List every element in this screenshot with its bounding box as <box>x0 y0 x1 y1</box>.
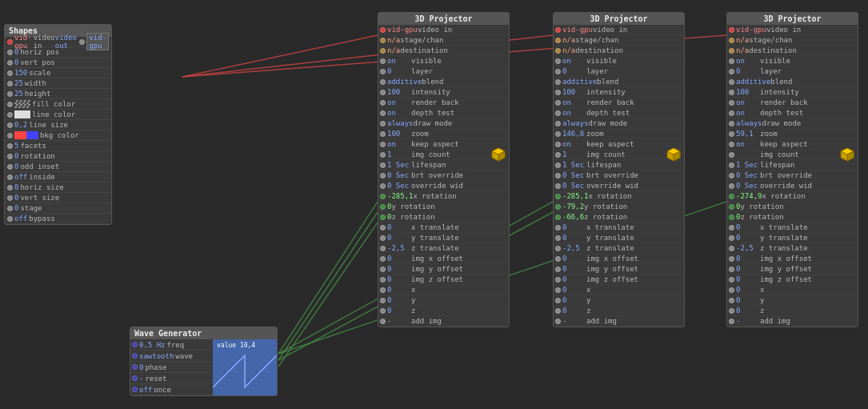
svg-line-6 <box>278 212 378 360</box>
proj3-row-zrot: 0 z rotation <box>727 212 858 223</box>
shapes-row-height: 25 height <box>5 89 111 99</box>
line-color-swatch <box>14 110 30 118</box>
proj2-row-xrot: -285,1 x rotation <box>554 191 684 202</box>
proj3-row-yrot: 0 y rotation <box>727 202 858 212</box>
proj2-row-xtrans: 0 x translate <box>554 223 684 233</box>
wave-row-once: off once <box>130 384 213 395</box>
bkg-color-r-swatch <box>14 131 26 139</box>
projector3-title: 3D Projector <box>727 13 858 25</box>
proj3-row-ytrans: 0 y translate <box>727 233 858 243</box>
proj1-row-y: 0 y <box>378 295 509 306</box>
svg-line-3 <box>278 202 378 354</box>
proj3-row-blend: additive blend <box>727 77 858 87</box>
proj3-row-xtrans: 0 x translate <box>727 223 858 233</box>
svg-line-0 <box>182 35 378 77</box>
proj3-row-imgxoff: 0 img x offset <box>727 254 858 264</box>
videoout-label: video out <box>55 34 78 50</box>
proj2-row-y: 0 y <box>554 295 684 306</box>
proj1-row-videoin: vid-gpu video in <box>378 25 509 35</box>
shapes-row-vertsize: 0 vert size <box>5 193 111 203</box>
proj3-row-brtoverride: 0 Sec brt override <box>727 170 858 181</box>
proj2-row-blend: additive blend <box>554 77 684 87</box>
proj3-row-zoom: 59,1 zoom <box>727 129 858 139</box>
proj1-row-ytrans: 0 y translate <box>378 233 509 243</box>
proj1-row-xrot: -285,1 x rotation <box>378 191 509 202</box>
proj3-row-addimg: - add img <box>727 316 858 327</box>
port <box>7 50 13 55</box>
proj2-row-imgyoff: 0 img y offset <box>554 264 684 275</box>
proj3-row-layer: 0 layer <box>727 66 858 77</box>
shapes-row-stage: 0 stage <box>5 203 111 214</box>
proj2-row-z: 0 z <box>554 306 684 316</box>
proj2-row-intensity: 100 intensity <box>554 87 684 98</box>
projector1-title: 3D Projector <box>378 13 509 25</box>
proj3-row-drawmode: always draw mode <box>727 118 858 129</box>
proj1-row-drawmode: always draw mode <box>378 118 509 129</box>
proj2-row-renderback: on render back <box>554 98 684 108</box>
proj1-row-z: 0 z <box>378 306 509 316</box>
proj2-row-depthtest: on depth test <box>554 108 684 118</box>
fill-color-swatch <box>14 100 30 108</box>
videoout-val: vid-gpu <box>86 33 109 50</box>
proj2-row-ztrans: -2,5 z translate <box>554 243 684 254</box>
proj1-row-lifespan: 1 Sec lifespan <box>378 160 509 170</box>
shapes-panel: Shapes vid-gpu video in video out vid-gp… <box>4 24 112 225</box>
proj3-row-renderback: on render back <box>727 98 858 108</box>
proj2-row-overridewid: 0 Sec override wid <box>554 181 684 191</box>
proj1-row-addimg: - add img <box>378 316 509 327</box>
projector2-panel: 3D Projector vid-gpu video in n/a stage/… <box>553 12 685 327</box>
proj1-row-renderback: on render back <box>378 98 509 108</box>
proj2-row-layer: 0 layer <box>554 66 684 77</box>
proj3-row-ztrans: -2,5 z translate <box>727 243 858 254</box>
wave-value-text: value 10,4 <box>217 342 255 349</box>
shapes-row-videoin: vid-gpu video in video out vid-gpu <box>5 37 111 47</box>
shapes-row-linecolor: line color <box>5 110 111 120</box>
bkg-color-b-swatch <box>26 131 38 139</box>
proj2-row-imgcount: 1 img count <box>554 150 684 160</box>
svg-line-8 <box>278 223 378 367</box>
shapes-row-vertpos: 0 vert pos <box>5 58 111 68</box>
val-videoin: vid-gpu <box>14 34 32 50</box>
proj1-row-stagechan: n/a stage/chan <box>378 35 509 46</box>
proj3-row-depthtest: on depth test <box>727 108 858 118</box>
wave-row-wave: sawtooth wave <box>130 351 213 362</box>
proj3-row-xrot: -274,9 x rotation <box>727 191 858 202</box>
proj2-row-imgxoff: 0 img x offset <box>554 254 684 264</box>
port-out <box>79 39 85 45</box>
wave-generator-panel: Wave Generator 0,5 Hz freq sawtooth wave… <box>130 327 278 396</box>
shapes-row-bypass: off bypass <box>5 214 111 224</box>
proj1-row-xtrans: 0 x translate <box>378 223 509 233</box>
shapes-row-width: 25 width <box>5 78 111 89</box>
projector1-panel: 3D Projector vid-gpu video in n/a stage/… <box>378 12 510 327</box>
proj2-row-zrot: -66,6 z rotation <box>554 212 684 223</box>
proj2-row-visible: on visible <box>554 56 684 66</box>
proj2-row-ytrans: 0 y translate <box>554 233 684 243</box>
wave-row-freq: 0,5 Hz freq <box>130 339 213 351</box>
proj2-row-brtoverride: 0 Sec brt override <box>554 170 684 181</box>
proj2-row-lifespan: 1 Sec lifespan <box>554 160 684 170</box>
proj1-row-ztrans: -2,5 z translate <box>378 243 509 254</box>
proj1-row-zrot: 0 z rotation <box>378 212 509 223</box>
proj3-row-lifespan: 1 Sec lifespan <box>727 160 858 170</box>
proj3-row-imgzoff: 0 img z offset <box>727 275 858 285</box>
wave-row-phase: 0 phase <box>130 362 213 373</box>
proj1-row-layer: 0 layer <box>378 66 509 77</box>
shapes-row-scale: 150 scale <box>5 68 111 78</box>
proj1-row-intensity: 100 intensity <box>378 87 509 98</box>
proj3-row-x: 0 x <box>727 285 858 295</box>
proj3-row-dest: n/a destination <box>727 46 858 56</box>
wave-row-reset: - reset <box>130 373 213 384</box>
shapes-row-rotation: 0 rotation <box>5 151 111 162</box>
proj1-row-brtoverride: 0 Sec brt override <box>378 170 509 181</box>
shapes-row-inside: off inside <box>5 172 111 182</box>
proj1-row-imgxoff: 0 img x offset <box>378 254 509 264</box>
proj2-row-videoin: vid-gpu video in <box>554 25 684 35</box>
proj1-row-visible: on visible <box>378 56 509 66</box>
shapes-row-facets: 5 facets <box>5 141 111 151</box>
shapes-row-horizsize: 0 horiz size <box>5 182 111 193</box>
proj2-row-stagechan: n/a stage/chan <box>554 35 684 46</box>
label-videoin: video in <box>34 34 55 50</box>
proj3-row-overridewid: 0 Sec override wid <box>727 181 858 191</box>
proj1-row-depthtest: on depth test <box>378 108 509 118</box>
proj2-row-zoom: 146,8 zoom <box>554 129 684 139</box>
